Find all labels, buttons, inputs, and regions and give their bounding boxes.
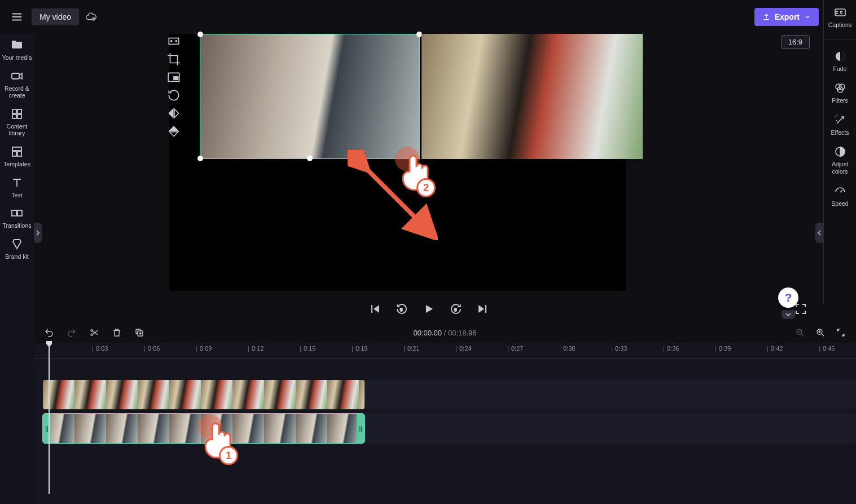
flip-h-icon: [166, 106, 181, 121]
svg-point-24: [91, 330, 93, 331]
right-sidebar: Captions Fade Filters Effects Adjust col…: [823, 0, 856, 304]
ruler-tick: 0:03: [96, 345, 108, 352]
camera-icon: [10, 69, 24, 83]
pip-icon: [166, 70, 181, 85]
clip-thumbnail: [138, 380, 169, 409]
sidebar-item-speed[interactable]: Speed: [824, 184, 856, 207]
sidebar-item-label: Templates: [3, 161, 30, 168]
ruler-tick: 0:12: [252, 345, 264, 352]
rotate-tool[interactable]: [166, 88, 181, 103]
export-button[interactable]: Export: [754, 8, 819, 26]
forward-5-button[interactable]: 5: [449, 302, 463, 316]
sidebar-item-brandkit[interactable]: Brand kit: [1, 237, 33, 260]
cloud-sync-icon[interactable]: [85, 11, 97, 23]
clip-thumbnail: [74, 380, 106, 409]
hamburger-menu[interactable]: [8, 8, 26, 26]
clip-thumbnail: [169, 414, 201, 443]
zoom-out-button[interactable]: [795, 328, 805, 338]
expand-left-panel[interactable]: [34, 223, 42, 243]
clip-thumbnail: [138, 414, 169, 443]
ruler-tick: 0:18: [355, 345, 367, 352]
filters-icon: [833, 81, 847, 95]
rewind-5-button[interactable]: 5: [395, 302, 409, 316]
sidebar-item-media[interactable]: Your media: [1, 38, 33, 61]
ruler-tick: 0:36: [667, 345, 679, 352]
ruler-tick: 0:15: [304, 345, 315, 352]
ruler-tick: 0:30: [563, 345, 575, 352]
duplicate-button[interactable]: [134, 328, 144, 338]
timeline-clip[interactable]: [43, 380, 365, 409]
svg-rect-4: [12, 114, 16, 118]
svg-rect-6: [12, 147, 21, 151]
undo-button[interactable]: [44, 328, 54, 338]
play-icon: [422, 302, 436, 316]
aspect-ratio-selector[interactable]: 16:9: [781, 35, 810, 49]
sidebar-item-label: Adjust colors: [824, 161, 856, 175]
chevron-down-icon: [804, 14, 811, 20]
canvas-clip-secondary[interactable]: [422, 34, 643, 159]
svg-rect-1: [12, 73, 19, 79]
sidebar-item-captions[interactable]: Captions: [824, 6, 856, 29]
playhead[interactable]: [45, 341, 53, 348]
chevron-left-icon: [817, 229, 822, 236]
clip-thumbnail: [327, 414, 359, 443]
trim-handle-right[interactable]: ||: [357, 414, 365, 443]
clip-thumbnail: [359, 380, 365, 409]
clip-thumbnail: [43, 380, 74, 409]
ruler-tick: 0:33: [615, 345, 627, 352]
ruler-tick: 0:06: [148, 345, 160, 352]
skip-back-button[interactable]: [368, 302, 381, 316]
chevron-down-icon: [785, 312, 792, 317]
collapse-right-panel[interactable]: [815, 223, 823, 243]
sidebar-item-record[interactable]: Record & create: [1, 69, 33, 99]
resize-handle-bm[interactable]: [307, 156, 313, 161]
time-separator: /: [442, 329, 448, 337]
sidebar-item-templates[interactable]: Templates: [1, 145, 33, 168]
crop-tool[interactable]: [166, 52, 181, 67]
fit-timeline-button[interactable]: [836, 328, 846, 338]
split-button[interactable]: [89, 328, 99, 338]
project-title[interactable]: My video: [32, 8, 79, 25]
flip-v-icon: [166, 124, 181, 139]
redo-button[interactable]: [67, 328, 77, 338]
crop-icon: [166, 52, 181, 67]
svg-point-19: [175, 41, 177, 42]
help-button[interactable]: ?: [778, 288, 798, 308]
rewind-icon: 5: [395, 302, 409, 316]
rectangle-icon: [166, 34, 181, 48]
flip-horizontal-tool[interactable]: [166, 106, 181, 121]
sidebar-item-library[interactable]: Content library: [1, 107, 33, 137]
fit-tool[interactable]: [166, 34, 181, 48]
pip-tool[interactable]: [166, 70, 181, 85]
sidebar-item-transitions[interactable]: Transitions: [1, 206, 33, 229]
resize-handle-tl[interactable]: [197, 32, 203, 37]
skip-forward-button[interactable]: [476, 302, 490, 316]
fade-icon: [833, 50, 847, 63]
sidebar-item-filters[interactable]: Filters: [824, 81, 856, 104]
sidebar-item-label: Transitions: [3, 222, 32, 229]
timeline-ruler[interactable]: 0:030:060:090:120:150:180:210:240:270:30…: [34, 343, 856, 359]
transitions-icon: [10, 206, 24, 220]
track-row[interactable]: [43, 380, 856, 409]
delete-button[interactable]: [112, 328, 122, 338]
timeline-clip-selected[interactable]: || ||: [43, 414, 365, 443]
sidebar-item-fade[interactable]: Fade: [824, 50, 856, 73]
timeline[interactable]: 0:030:060:090:120:150:180:210:240:270:30…: [34, 343, 856, 504]
ruler-tick: 0:39: [719, 345, 731, 352]
sidebar-item-effects[interactable]: Effects: [824, 113, 856, 136]
canvas-clip-selected[interactable]: [200, 34, 420, 159]
sidebar-item-text[interactable]: Text: [1, 176, 33, 199]
help-collapse[interactable]: [782, 310, 795, 319]
sidebar-item-adjust-colors[interactable]: Adjust colors: [824, 145, 856, 175]
svg-point-18: [171, 41, 172, 42]
track-row[interactable]: || ||: [43, 414, 856, 443]
chevron-right-icon: [36, 229, 40, 236]
sidebar-item-label: Text: [11, 192, 22, 199]
templates-icon: [10, 145, 24, 158]
flip-vertical-tool[interactable]: [166, 124, 181, 139]
resize-handle-bl[interactable]: [197, 156, 203, 161]
svg-text:5: 5: [454, 307, 457, 312]
zoom-in-button[interactable]: [815, 328, 826, 338]
sidebar-item-label: Captions: [828, 21, 851, 29]
play-button[interactable]: [422, 302, 436, 316]
